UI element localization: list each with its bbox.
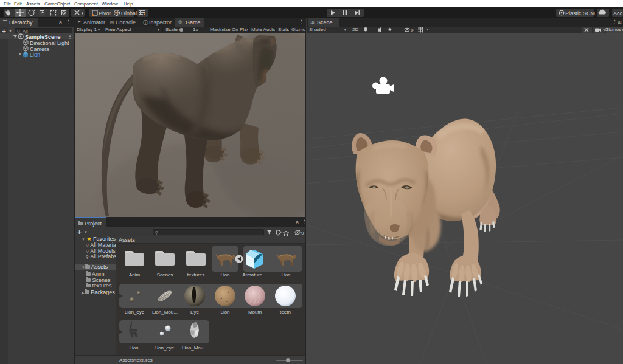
svg-text:9: 9 (301, 230, 304, 236)
svg-text:Acc: Acc (613, 10, 623, 16)
svg-text:Global: Global (121, 10, 137, 16)
svg-text:Lion_Mou...: Lion_Mou... (152, 309, 178, 315)
svg-text:Lion: Lion (281, 272, 290, 278)
svg-text:Armature...: Armature... (242, 272, 266, 278)
svg-text:Mouth: Mouth (248, 309, 262, 315)
svg-text:Lion_eye: Lion_eye (155, 345, 175, 351)
svg-text:Eye: Eye (190, 309, 199, 315)
svg-text:Anim: Anim (129, 272, 141, 278)
svg-text:Plastic SCM: Plastic SCM (565, 10, 595, 16)
svg-text:Lion_Mou...: Lion_Mou... (182, 345, 207, 351)
svg-text:Lion: Lion (129, 345, 138, 351)
svg-text:Scenes: Scenes (157, 272, 173, 278)
svg-text:0: 0 (411, 27, 414, 33)
svg-text:textures: textures (187, 272, 204, 278)
svg-text:Lion: Lion (220, 272, 229, 278)
svg-text:teeth: teeth (280, 309, 291, 315)
svg-text:Pivot: Pivot (99, 10, 111, 16)
svg-text:Lion_eye: Lion_eye (125, 309, 145, 315)
svg-text:Lion: Lion (220, 309, 229, 315)
